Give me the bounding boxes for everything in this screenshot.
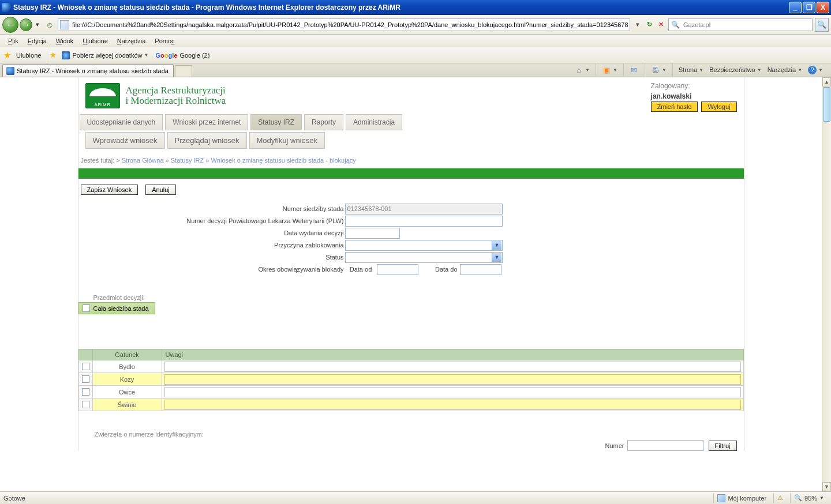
get-more-addons-label: Pobierz więcej dodatków — [72, 52, 142, 59]
separator — [623, 63, 624, 76]
address-bar[interactable] — [58, 18, 630, 31]
refresh-area-icon: ⎋ — [44, 19, 55, 31]
get-more-addons[interactable]: Pobierz więcej dodatków ▼ — [58, 50, 152, 61]
navigation-bar: ← → ▾ ⎋ ▾ ↻ ✕ 🔍 🔍 — [0, 15, 831, 35]
search-box[interactable]: 🔍 — [668, 18, 813, 31]
mail-button[interactable]: ✉ — [627, 64, 641, 76]
safety-menu-label: Bezpieczeństwo — [709, 66, 755, 73]
separator — [596, 63, 596, 76]
search-go-button[interactable]: 🔍 — [815, 18, 829, 32]
favorites-star-icon[interactable]: ★ — [3, 50, 11, 61]
window-title: Statusy IRZ - Wniosek o zmianę statusu s… — [13, 3, 789, 12]
menu-edycja[interactable]: Edycja — [23, 36, 51, 46]
favorites-bar: ★ Ulubione ★ Pobierz więcej dodatków ▼ G… — [0, 47, 831, 63]
page-menu[interactable]: Strona▼ — [676, 65, 706, 74]
feeds-button[interactable]: ▣▼ — [600, 64, 620, 76]
forward-button[interactable]: → — [20, 18, 32, 31]
history-dropdown[interactable]: ▾ — [33, 18, 42, 31]
menu-plik[interactable]: Plik — [3, 36, 23, 46]
separator — [672, 63, 673, 76]
menu-narzedzia[interactable]: Narzędzia — [113, 36, 151, 46]
window-close-button[interactable]: X — [817, 2, 829, 13]
menu-widok[interactable]: Widok — [51, 36, 78, 46]
separator — [47, 49, 47, 62]
suggested-sites-icon[interactable]: ★ — [50, 51, 57, 59]
menu-pomoc[interactable]: Pomoc — [150, 36, 179, 46]
ie-small-icon — [62, 51, 70, 59]
window-maximize-button[interactable]: ❐ — [803, 2, 815, 13]
ie-icon — [2, 3, 11, 12]
tab-active[interactable]: Statusy IRZ - Wniosek o zmianę statusu s… — [2, 64, 174, 77]
tools-menu-label: Narzędzia — [768, 66, 796, 73]
back-button[interactable]: ← — [2, 17, 18, 33]
tab-favicon — [6, 67, 14, 75]
home-icon: ⌂ — [574, 65, 583, 74]
search-icon: 🔍 — [671, 21, 680, 29]
google-label: Google (2) — [179, 52, 209, 59]
window-title-bar: Statusy IRZ - Wniosek o zmianę statusu s… — [0, 0, 831, 15]
stop-button[interactable]: ✕ — [656, 20, 666, 30]
safety-menu[interactable]: Bezpieczeństwo▼ — [707, 65, 763, 74]
address-dropdown[interactable]: ▾ — [632, 20, 643, 30]
tools-menu[interactable]: Narzędzia▼ — [765, 65, 804, 74]
help-button[interactable]: ?▼ — [806, 65, 825, 76]
address-input[interactable] — [71, 21, 630, 28]
page-menu-label: Strona — [679, 66, 697, 73]
search-input[interactable] — [682, 21, 812, 29]
command-bar: ⌂▼ ▣▼ ✉ 🖶▼ Strona▼ Bezpieczeństwo▼ Narzę… — [572, 63, 829, 77]
home-button[interactable]: ⌂▼ — [572, 64, 592, 76]
mail-icon: ✉ — [630, 65, 639, 74]
favorites-button[interactable]: Ulubione — [13, 51, 44, 60]
window-minimize-button[interactable]: _ — [789, 2, 802, 13]
print-button[interactable]: 🖶▼ — [649, 64, 669, 76]
separator — [645, 63, 645, 76]
google-shortcut[interactable]: Google Google (2) — [152, 51, 213, 60]
menu-bar: Plik Edycja Widok Ulubione Narzędzia Pom… — [0, 35, 831, 47]
go-refresh-button[interactable]: ↻ — [644, 20, 654, 30]
new-tab-button[interactable] — [175, 65, 192, 77]
help-icon: ? — [808, 66, 817, 74]
menu-ulubione[interactable]: Ulubione — [78, 36, 112, 46]
page-icon — [60, 20, 69, 29]
tab-strip: Statusy IRZ - Wniosek o zmianę statusu s… — [0, 63, 831, 77]
print-icon: 🖶 — [651, 65, 660, 74]
tab-title: Statusy IRZ - Wniosek o zmianę statusu s… — [17, 67, 169, 74]
rss-icon: ▣ — [602, 65, 611, 74]
